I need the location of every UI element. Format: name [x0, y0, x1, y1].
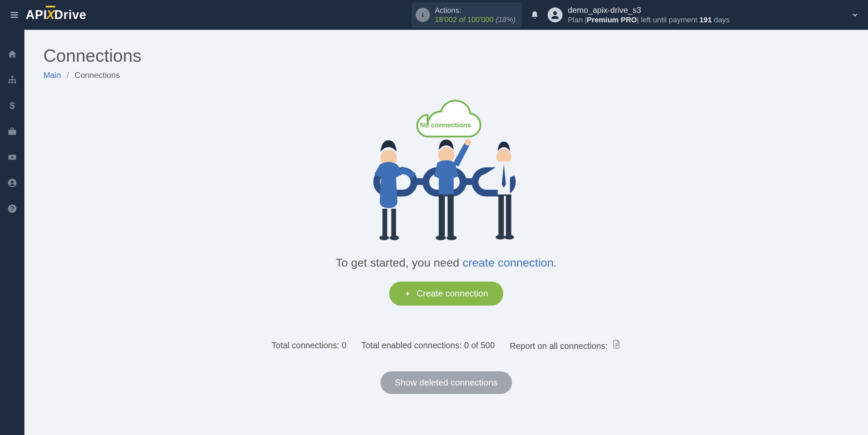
- svg-point-15: [11, 181, 14, 183]
- svg-point-32: [436, 235, 446, 240]
- logo-text-x: X: [46, 8, 55, 22]
- svg-rect-11: [8, 130, 16, 135]
- stat-report: Report on all connections:: [510, 339, 621, 351]
- svg-point-27: [390, 235, 399, 240]
- svg-text:$: $: [9, 101, 15, 111]
- menu-button[interactable]: [8, 9, 20, 21]
- sidebar-item-briefcase[interactable]: [5, 125, 19, 138]
- svg-point-33: [447, 235, 457, 240]
- user-plan: Plan |Premium PRO| left until payment 19…: [568, 15, 730, 25]
- chevron-down-icon: [850, 10, 860, 20]
- svg-point-5: [553, 11, 557, 15]
- breadcrumb-current: Connections: [75, 70, 120, 80]
- logo-text-api: API: [26, 8, 47, 22]
- actions-used: 18'002: [435, 15, 457, 24]
- avatar-icon: [548, 7, 563, 22]
- svg-rect-35: [498, 194, 504, 235]
- svg-rect-7: [8, 82, 10, 83]
- cloud-text: No connections: [420, 121, 471, 129]
- sidebar: $ ?: [0, 30, 24, 435]
- breadcrumb-main-link[interactable]: Main: [43, 70, 61, 80]
- svg-rect-25: [391, 209, 396, 236]
- actions-info-box[interactable]: Actions: 18'002 of 100'000 (18%): [412, 2, 521, 28]
- stat-enabled: Total enabled connections: 0 of 500: [361, 340, 495, 350]
- page-title: Connections: [43, 45, 849, 66]
- svg-point-38: [505, 235, 514, 240]
- logo-text-drive: Drive: [54, 8, 86, 22]
- empty-illustration: No connections: [351, 97, 541, 249]
- user-menu[interactable]: demo_apix-drive_s3 Plan |Premium PRO| le…: [548, 5, 860, 25]
- user-name: demo_apix-drive_s3: [568, 5, 730, 15]
- sidebar-item-billing[interactable]: $: [5, 99, 19, 112]
- empty-state-text: To get started, you need create connecti…: [336, 256, 557, 269]
- sidebar-item-account[interactable]: [5, 176, 19, 190]
- svg-rect-30: [439, 194, 445, 236]
- show-deleted-button[interactable]: Show deleted connections: [380, 371, 512, 394]
- sidebar-item-help[interactable]: ?: [5, 202, 19, 215]
- sidebar-item-connections[interactable]: [5, 73, 19, 87]
- svg-rect-36: [506, 194, 511, 235]
- stat-total: Total connections: 0: [272, 340, 347, 350]
- logo[interactable]: API X Drive: [26, 8, 86, 22]
- create-connection-button[interactable]: Create connection: [389, 282, 503, 306]
- svg-rect-9: [14, 82, 16, 83]
- create-connection-link[interactable]: create connection: [462, 256, 553, 269]
- sidebar-item-video[interactable]: [5, 150, 19, 164]
- svg-rect-6: [12, 76, 13, 78]
- sidebar-item-home[interactable]: [5, 47, 19, 61]
- svg-rect-31: [448, 194, 454, 236]
- svg-rect-24: [382, 209, 387, 236]
- svg-text:?: ?: [10, 205, 14, 212]
- actions-total: 100'000: [467, 15, 494, 24]
- actions-percent: (18%): [496, 15, 516, 24]
- report-document-icon[interactable]: [613, 339, 621, 349]
- svg-point-26: [379, 235, 389, 240]
- svg-point-37: [496, 235, 505, 240]
- actions-of: of: [459, 15, 465, 24]
- svg-point-29: [465, 139, 471, 146]
- breadcrumb: Main / Connections: [43, 70, 849, 80]
- actions-label: Actions:: [435, 6, 515, 15]
- info-icon: [416, 8, 430, 22]
- create-connection-button-label: Create connection: [416, 288, 488, 299]
- notifications-button[interactable]: [529, 9, 541, 21]
- svg-rect-8: [12, 82, 13, 83]
- svg-point-3: [422, 13, 423, 14]
- svg-rect-4: [422, 15, 423, 17]
